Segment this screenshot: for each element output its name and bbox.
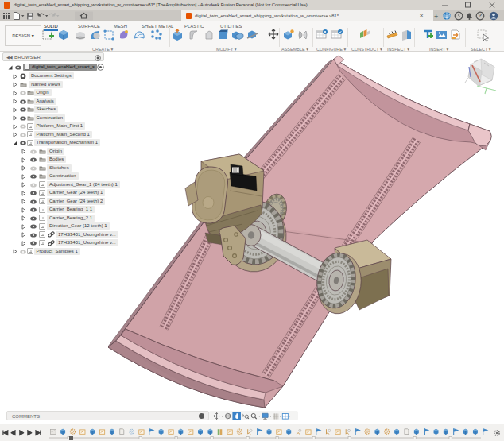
svg-text:?: ? (479, 13, 482, 18)
